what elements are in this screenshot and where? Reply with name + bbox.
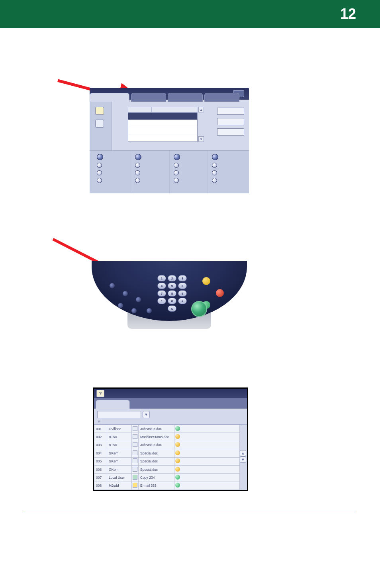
mode-button[interactable] [123,291,128,296]
table-row[interactable]: 004GKernSpecial.doc [94,449,240,457]
option-button[interactable] [212,178,217,183]
scroll-down-icon[interactable]: ▼ [198,136,204,142]
keypad-key-2[interactable]: 2 [168,275,176,281]
option-button[interactable] [97,178,102,183]
option-button[interactable] [174,178,179,183]
option-button[interactable] [212,170,217,175]
row-details [181,433,240,441]
row-status-icon [174,433,181,441]
start-button[interactable] [191,301,207,317]
keypad-key-6[interactable]: 6 [178,283,187,289]
mode-button[interactable] [110,283,115,288]
row-number: 004 [94,449,107,457]
row-details [181,474,240,482]
option-button[interactable] [135,178,140,183]
keypad-key-4[interactable]: 4 [157,283,166,289]
table-row[interactable]: 006GKernSpecial.doc [94,465,240,473]
row-document: JobStatus.doc [139,441,174,449]
job-status-topbar: ? [94,389,247,398]
option-button[interactable] [135,154,141,160]
option-button[interactable] [174,154,180,160]
row-status-icon [174,482,181,490]
keypad-key-3[interactable]: 3 [178,275,187,281]
list-item[interactable] [128,127,197,134]
numeric-keypad: 123456789*0#C [157,275,187,312]
option-button[interactable] [97,163,102,168]
list-item[interactable] [128,120,197,127]
row-user: GKern [107,449,132,457]
row-user: GKern [107,457,132,465]
row-document: Copy 234 [139,474,174,482]
row-type-icon [132,425,139,433]
table-scrollbar[interactable]: ▲ ▼ [240,425,247,490]
table-row[interactable]: 003BTVuJobStatus.doc [94,441,240,449]
mode-button[interactable] [118,303,123,308]
status-warn-icon [175,450,180,455]
action-button-1[interactable] [217,108,244,115]
option-button[interactable] [135,170,140,175]
keypad-key-1[interactable]: 1 [157,275,166,281]
keypad-key-C[interactable]: C [168,305,176,312]
action-button-2[interactable] [217,118,244,125]
action-button-3[interactable] [217,128,244,136]
status-warn-icon [175,467,180,472]
option-button[interactable] [97,154,103,160]
tab-active[interactable] [90,93,129,102]
keypad-key-#[interactable]: # [178,298,187,304]
row-status-icon [174,425,181,433]
keypad-key-*[interactable]: * [157,298,166,304]
row-number: 001 [94,425,107,433]
option-button[interactable] [174,163,179,168]
row-details [181,457,240,465]
status-go-icon [175,483,180,488]
table-row[interactable]: 005GKernSpecial.doc [94,457,240,465]
tab-4[interactable] [204,93,239,102]
scroll-up-icon[interactable]: ▲ [198,107,204,112]
file-icon[interactable] [95,120,104,128]
interrupt-button[interactable] [202,277,210,285]
option-button[interactable] [174,170,179,175]
table-row[interactable]: 002BTVuMachineStatus.doc [94,433,240,441]
doc-icon [133,426,137,431]
status-warn-icon [175,434,180,439]
option-button[interactable] [135,163,140,168]
keypad-key-0[interactable]: 0 [168,298,176,304]
row-status-icon [174,441,181,449]
chevron-down-icon[interactable]: ▼ [143,411,150,418]
row-document: Special.doc [139,465,174,473]
folder-icon[interactable] [95,107,104,115]
job-list[interactable] [128,112,198,142]
scroll-down-icon[interactable]: ▼ [240,456,246,463]
help-icon[interactable]: ? [96,390,104,397]
row-status-icon [174,474,181,482]
mode-button[interactable] [131,308,137,313]
figure-touchscreen-panel: ▲ ▼ [90,88,249,193]
tab-2[interactable] [131,93,166,102]
filter-input[interactable] [97,411,141,418]
option-button[interactable] [212,163,217,168]
stop-button[interactable] [216,289,224,297]
option-button[interactable] [212,154,218,160]
list-scrollbar[interactable]: ▲ ▼ [198,107,204,142]
figure-job-status-screen: ? ▼ # 001CVilloneJobStatus.doc002BTVuMac… [93,387,248,491]
keypad-key-9[interactable]: 9 [178,290,187,297]
keypad-key-7[interactable]: 7 [157,290,166,297]
keypad-key-5[interactable]: 5 [168,283,176,289]
table-row[interactable]: 001CVilloneJobStatus.doc [94,425,240,433]
list-item[interactable] [128,134,197,142]
mode-button[interactable] [136,297,141,302]
row-user: Local User [107,474,132,482]
row-document: Special.doc [139,449,174,457]
scroll-up-icon[interactable]: ▲ [240,450,246,456]
row-user: BTVu [107,433,132,441]
mode-button[interactable] [147,308,152,313]
option-button[interactable] [97,170,102,175]
table-row[interactable]: 007Local UserCopy 234 [94,474,240,482]
doc-icon [133,467,137,472]
table-row[interactable]: 008MJuddE-mail 333 [94,482,240,490]
doc-icon [133,450,137,455]
job-status-tab[interactable] [96,400,130,409]
keypad-key-8[interactable]: 8 [168,290,176,297]
tab-3[interactable] [168,93,203,102]
list-item[interactable] [128,113,197,120]
